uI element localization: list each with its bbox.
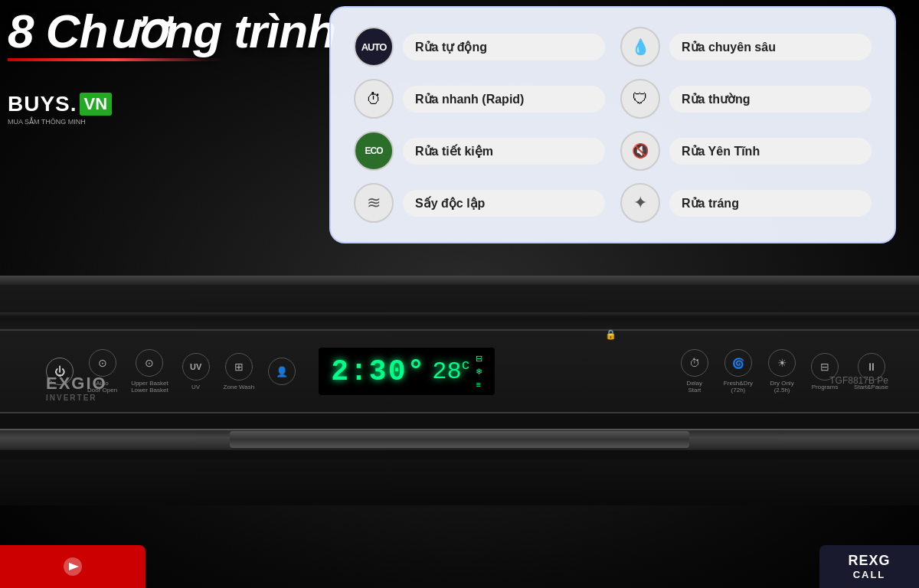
auto-icon: AUTO xyxy=(354,27,394,67)
eco-icon: ECO xyxy=(354,131,394,171)
right-controls: ⏱ DelayStart 🌀 Fresh&Dry(72h) ☀ Dry Only… xyxy=(681,349,919,394)
deco-line-top xyxy=(0,312,919,317)
fresh-dry-icon: 🌀 xyxy=(724,349,752,377)
basket-icon: ⊙ xyxy=(136,349,163,377)
program-item-auto: AUTO Rửa tự động xyxy=(354,27,605,67)
lock-indicator: 🔒 xyxy=(605,329,616,340)
delay-start-button[interactable]: ⏱ DelayStart xyxy=(681,349,708,394)
programs-grid: AUTO Rửa tự động 💧 Rửa chuyên sâu ⏱ Rửa … xyxy=(354,27,872,223)
logo-vn: VN xyxy=(80,93,113,116)
trang-icon: ✦ xyxy=(620,183,660,223)
dry-only-icon: ☀ xyxy=(768,349,796,377)
display-time: 2:30° xyxy=(331,355,426,388)
program-label-trang: Rửa tráng xyxy=(669,190,872,217)
call-brand-text: REXG xyxy=(848,553,890,569)
zone-wash-icon: ⊞ xyxy=(225,353,253,381)
logo-buys: BUYS. xyxy=(8,92,77,116)
brand-sub-label: INVERTER xyxy=(46,394,107,402)
display-area: 2:30° 28c ⊟ ❄ ≡ xyxy=(319,348,495,395)
thuong-icon: 🛡 xyxy=(620,79,660,119)
temp-unit: c xyxy=(462,358,470,373)
left-controls: ⏻ ⊙ AutoDoor Open ⊙ Upper BasketLower Ba… xyxy=(0,349,296,394)
program-item-yen-tinh: 🔇 Rửa Yên Tĩnh xyxy=(620,131,872,171)
display-temp: 28c xyxy=(432,358,469,386)
program-item-tiet-kiem: ECO Rửa tiết kiệm xyxy=(354,131,605,171)
uv-button[interactable]: UV UV xyxy=(182,353,210,390)
say-icon: ≋ xyxy=(354,183,394,223)
chuyen-sau-icon: 💧 xyxy=(620,27,660,67)
title-underline xyxy=(8,58,222,61)
display-icon-bot: ≡ xyxy=(476,380,482,389)
program-item-chuyen-sau: 💧 Rửa chuyên sâu xyxy=(620,27,872,67)
title-area: 8 Chương trình xyxy=(8,8,335,61)
program-label-yen-tinh: Rửa Yên Tĩnh xyxy=(669,138,872,165)
zone-wash-button[interactable]: ⊞ Zone Wash xyxy=(224,353,255,390)
degree-sym: ° xyxy=(407,355,426,388)
program-label-auto: Rửa tự động xyxy=(403,34,605,60)
person-button[interactable]: 👤 xyxy=(268,358,296,385)
display-icon-mid: ❄ xyxy=(476,367,482,377)
page-title: 8 Chương trình xyxy=(8,8,335,55)
logo-container: BUYS. VN MUA SẮM THÔNG MINH xyxy=(8,92,112,126)
uv-label: UV xyxy=(191,384,200,390)
temp-value: 28 xyxy=(432,358,461,386)
yen-tinh-icon: 🔇 xyxy=(620,131,660,171)
dry-only-label: Dry Only(2.5h) xyxy=(770,380,794,394)
program-item-thuong: 🛡 Rửa thường xyxy=(620,79,872,119)
time-value: 2:30 xyxy=(331,355,407,388)
brand-name-area: EXGIO INVERTER xyxy=(46,374,107,402)
call-text: CALL xyxy=(853,569,886,580)
control-panel: ⏻ ⊙ AutoDoor Open ⊙ Upper BasketLower Ba… xyxy=(0,329,919,413)
program-item-nhanh: ⏱ Rửa nhanh (Rapid) xyxy=(354,79,605,119)
program-label-nhanh: Rửa nhanh (Rapid) xyxy=(403,86,605,113)
logo-subtitle: MUA SẮM THÔNG MINH xyxy=(8,118,112,126)
red-button-icon xyxy=(57,555,88,578)
uv-icon: UV xyxy=(182,353,210,381)
red-button[interactable] xyxy=(0,545,146,588)
logo-row: BUYS. VN xyxy=(8,92,112,116)
fresh-dry-label: Fresh&Dry(72h) xyxy=(724,380,753,394)
program-label-tiet-kiem: Rửa tiết kiệm xyxy=(403,138,605,165)
call-logo: REXG CALL xyxy=(848,553,890,580)
dry-only-button[interactable]: ☀ Dry Only(2.5h) xyxy=(768,349,796,394)
program-label-chuyen-sau: Rửa chuyên sâu xyxy=(669,34,872,60)
delay-start-icon: ⏱ xyxy=(681,349,708,377)
display-icon-top: ⊟ xyxy=(476,354,482,364)
fresh-dry-button[interactable]: 🌀 Fresh&Dry(72h) xyxy=(724,349,753,394)
call-button-area[interactable]: REXG CALL xyxy=(819,545,919,588)
title-text: Chương trình xyxy=(46,5,335,57)
nhanh-icon: ⏱ xyxy=(354,79,394,119)
program-item-say: ≋ Sấy độc lập xyxy=(354,183,605,223)
zone-wash-label: Zone Wash xyxy=(224,384,255,390)
person-icon: 👤 xyxy=(268,358,296,385)
brand-label: EXGIO xyxy=(46,374,107,393)
basket-button[interactable]: ⊙ Upper BasketLower Basket xyxy=(131,349,168,394)
deco-line-mid xyxy=(0,318,919,329)
delay-start-label: DelayStart xyxy=(687,380,702,394)
basket-label: Upper BasketLower Basket xyxy=(131,380,168,394)
appliance-top-strip xyxy=(0,276,919,285)
logo-area: BUYS. VN MUA SẮM THÔNG MINH xyxy=(8,92,112,126)
model-number: TGF8817B Pe xyxy=(829,375,888,386)
program-label-say: Sấy độc lập xyxy=(403,190,605,217)
bottom-strip xyxy=(0,459,919,505)
program-item-trang: ✦ Rửa tráng xyxy=(620,183,872,223)
handle-grip xyxy=(230,431,689,448)
programs-panel: AUTO Rửa tự động 💧 Rửa chuyên sâu ⏱ Rửa … xyxy=(329,6,896,243)
program-label-thuong: Rửa thường xyxy=(669,86,872,113)
door-auto-icon: ⊙ xyxy=(89,349,116,377)
title-number: 8 xyxy=(8,5,46,57)
display-icons: ⊟ ❄ ≡ xyxy=(476,354,482,389)
